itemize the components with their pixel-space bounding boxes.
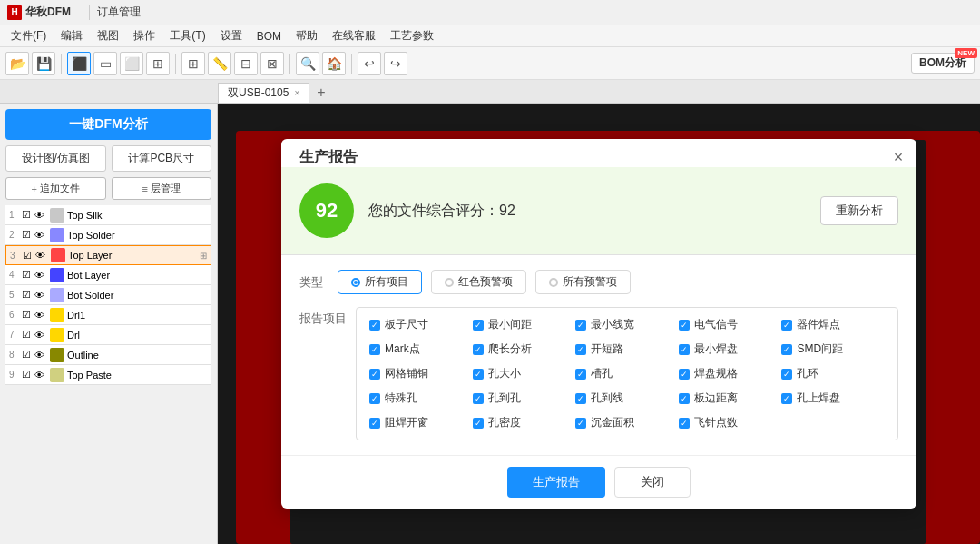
- toolbar-rect[interactable]: ▭: [93, 52, 117, 75]
- report-item[interactable]: ✓ 孔环: [781, 366, 885, 381]
- calc-pcb-button[interactable]: 计算PCB尺寸: [112, 145, 212, 172]
- layer-mgmt-button[interactable]: ≡ 层管理: [112, 177, 212, 200]
- report-item[interactable]: ✓ 特殊孔: [369, 391, 473, 406]
- toolbar-undo[interactable]: ↩: [358, 52, 381, 75]
- toolbar-home[interactable]: 🏠: [322, 52, 346, 75]
- report-checkbox[interactable]: ✓: [369, 320, 380, 331]
- report-checkbox[interactable]: ✓: [473, 393, 484, 404]
- report-checkbox[interactable]: ✓: [473, 369, 484, 380]
- menu-edit[interactable]: 编辑: [54, 26, 90, 45]
- type-option-red[interactable]: 红色预警项: [431, 270, 526, 294]
- menu-tools[interactable]: 工具(T): [162, 26, 212, 45]
- toolbar-open[interactable]: 📂: [5, 52, 29, 75]
- layer-checkbox[interactable]: ☑: [22, 309, 34, 321]
- report-item[interactable]: ✓ 孔密度: [473, 415, 576, 430]
- layer-item[interactable]: 9 ☑ 👁 Top Paste: [5, 365, 211, 385]
- layer-checkbox[interactable]: ☑: [22, 349, 34, 361]
- layer-visibility[interactable]: 👁: [34, 330, 47, 341]
- bom-analysis-button[interactable]: BOM分析 NEW: [911, 53, 975, 74]
- dfm-analyze-button[interactable]: 一键DFM分析: [5, 109, 211, 140]
- menu-process-params[interactable]: 工艺参数: [383, 26, 441, 45]
- report-item[interactable]: ✓ 板边距离: [679, 391, 782, 406]
- layer-checkbox[interactable]: ☑: [22, 209, 34, 221]
- report-checkbox[interactable]: ✓: [679, 393, 690, 404]
- tab-add[interactable]: +: [309, 83, 332, 103]
- report-checkbox[interactable]: ✓: [575, 320, 586, 331]
- report-checkbox[interactable]: ✓: [369, 418, 380, 429]
- layer-item[interactable]: 4 ☑ 👁 Bot Layer: [5, 265, 211, 285]
- toolbar-align[interactable]: ⊟: [234, 52, 258, 75]
- toolbar-zoom-in[interactable]: 🔍: [296, 52, 319, 75]
- menu-online-support[interactable]: 在线客服: [325, 26, 383, 45]
- report-checkbox[interactable]: ✓: [575, 393, 586, 404]
- layer-visibility[interactable]: 👁: [34, 290, 47, 301]
- report-checkbox[interactable]: ✓: [369, 393, 380, 404]
- toolbar-grid[interactable]: ⊞: [181, 52, 205, 75]
- report-item[interactable]: ✓ 电气信号: [679, 317, 782, 332]
- report-item[interactable]: ✓ 槽孔: [575, 366, 679, 381]
- report-checkbox[interactable]: ✓: [575, 418, 586, 429]
- layer-item[interactable]: 8 ☑ 👁 Outline: [5, 345, 211, 365]
- type-option-all[interactable]: 所有项目: [338, 270, 422, 294]
- report-checkbox[interactable]: ✓: [781, 393, 792, 404]
- menu-file[interactable]: 文件(F): [4, 26, 54, 45]
- layer-visibility[interactable]: 👁: [34, 230, 47, 241]
- toolbar-select[interactable]: ⬛: [67, 52, 91, 75]
- report-checkbox[interactable]: ✓: [781, 344, 792, 355]
- report-item[interactable]: ✓ 爬长分析: [473, 341, 576, 357]
- menu-settings[interactable]: 设置: [213, 26, 250, 45]
- report-checkbox[interactable]: ✓: [575, 344, 586, 355]
- report-item[interactable]: ✓ 孔大小: [473, 366, 576, 381]
- tab-active[interactable]: 双USB-0105 ×: [218, 83, 309, 103]
- toolbar-align2[interactable]: ⊠: [260, 52, 284, 75]
- production-report-button[interactable]: 生产报告: [507, 467, 605, 498]
- toolbar-redo[interactable]: ↪: [384, 52, 407, 75]
- report-item[interactable]: ✓ 最小间距: [473, 317, 576, 332]
- report-item[interactable]: ✓ Mark点: [369, 341, 473, 357]
- layer-visibility[interactable]: 👁: [34, 310, 47, 321]
- report-checkbox[interactable]: ✓: [473, 418, 484, 429]
- reanalyze-button[interactable]: 重新分析: [820, 196, 898, 225]
- report-checkbox[interactable]: ✓: [369, 369, 380, 380]
- report-checkbox[interactable]: ✓: [679, 320, 690, 331]
- modal-close-button[interactable]: ×: [887, 146, 909, 168]
- tab-close[interactable]: ×: [294, 88, 299, 98]
- report-item[interactable]: ✓ SMD间距: [781, 341, 885, 357]
- layer-checkbox[interactable]: ☑: [22, 289, 34, 301]
- layer-visibility[interactable]: 👁: [34, 350, 47, 361]
- report-item[interactable]: ✓ 飞针点数: [679, 415, 782, 430]
- report-checkbox[interactable]: ✓: [575, 369, 586, 380]
- report-item[interactable]: ✓ 最小焊盘: [679, 341, 782, 357]
- report-item[interactable]: ✓ 沉金面积: [575, 415, 679, 430]
- report-item[interactable]: ✓ 器件焊点: [781, 317, 885, 332]
- report-checkbox[interactable]: ✓: [781, 320, 792, 331]
- report-checkbox[interactable]: ✓: [679, 418, 690, 429]
- report-checkbox[interactable]: ✓: [473, 320, 484, 331]
- report-item[interactable]: ✓ 开短路: [575, 341, 679, 357]
- layer-checkbox[interactable]: ☑: [22, 329, 34, 341]
- report-item[interactable]: [781, 415, 885, 430]
- layer-visibility[interactable]: 👁: [34, 270, 47, 281]
- report-checkbox[interactable]: ✓: [679, 369, 690, 380]
- layer-visibility[interactable]: 👁: [35, 250, 48, 261]
- layer-checkbox[interactable]: ☑: [22, 229, 34, 241]
- report-item[interactable]: ✓ 孔上焊盘: [781, 391, 885, 406]
- report-item[interactable]: ✓ 最小线宽: [575, 317, 679, 332]
- report-checkbox[interactable]: ✓: [369, 344, 380, 355]
- close-button[interactable]: 关闭: [614, 467, 691, 498]
- report-item[interactable]: ✓ 板子尺寸: [369, 317, 473, 332]
- menu-view[interactable]: 视图: [90, 26, 126, 45]
- report-checkbox[interactable]: ✓: [473, 344, 484, 355]
- layer-item[interactable]: 6 ☑ 👁 Drl1: [5, 305, 211, 325]
- report-item[interactable]: ✓ 阻焊开窗: [369, 415, 473, 430]
- report-checkbox[interactable]: ✓: [781, 369, 792, 380]
- report-item[interactable]: ✓ 孔到孔: [473, 391, 576, 406]
- menu-operate[interactable]: 操作: [126, 26, 162, 45]
- layer-item[interactable]: 2 ☑ 👁 Top Solder: [5, 225, 211, 245]
- layer-item[interactable]: 5 ☑ 👁 Bot Solder: [5, 285, 211, 305]
- report-item[interactable]: ✓ 焊盘规格: [679, 366, 782, 381]
- toolbar-shape2[interactable]: ⊞: [146, 52, 170, 75]
- layer-checkbox[interactable]: ☑: [23, 250, 35, 262]
- layer-item[interactable]: 7 ☑ 👁 Drl: [5, 325, 211, 345]
- report-item[interactable]: ✓ 孔到线: [575, 391, 679, 406]
